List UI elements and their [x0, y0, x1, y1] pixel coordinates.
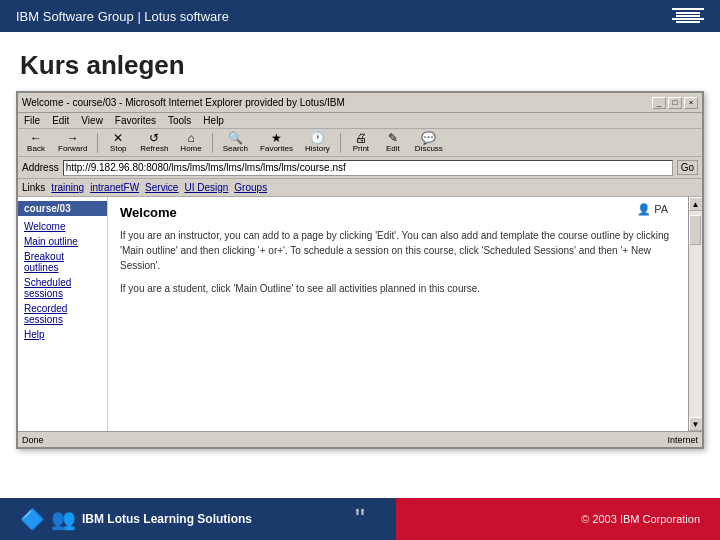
- zone-text: Internet: [667, 435, 698, 445]
- go-button[interactable]: Go: [677, 160, 698, 175]
- home-button[interactable]: ⌂ Home: [176, 131, 205, 155]
- browser-title-text: Welcome - course/03 - Microsoft Internet…: [22, 97, 345, 108]
- close-button[interactable]: ×: [684, 97, 698, 109]
- svg-rect-2: [676, 15, 700, 17]
- svg-rect-3: [672, 18, 704, 20]
- menu-edit[interactable]: Edit: [50, 115, 71, 126]
- scroll-up[interactable]: ▲: [689, 197, 703, 211]
- browser-window: Welcome - course/03 - Microsoft Internet…: [16, 91, 704, 449]
- nav-main-outline[interactable]: Main outline: [18, 235, 107, 248]
- links-label: Links: [22, 182, 45, 193]
- link-training[interactable]: training: [51, 182, 84, 193]
- nav-scheduled-sessions[interactable]: Scheduled sessions: [18, 276, 107, 300]
- page-title-area: Kurs anlegen: [0, 32, 720, 91]
- nav-header: course/03: [18, 201, 107, 216]
- toolbar-divider-3: [340, 133, 341, 153]
- minimize-button[interactable]: _: [652, 97, 666, 109]
- footer-logo-area: 🔷 👥 IBM Lotus Learning Solutions: [20, 507, 252, 531]
- search-button[interactable]: 🔍 Search: [219, 131, 252, 155]
- browser-addressbar: Address Go: [18, 157, 702, 179]
- link-intranetfw[interactable]: intranetFW: [90, 182, 139, 193]
- browser-content: course/03 Welcome Main outline Breakout …: [18, 197, 702, 431]
- svg-rect-4: [676, 21, 700, 23]
- link-groups[interactable]: Groups: [234, 182, 267, 193]
- footer-lotus-text: IBM Lotus Learning Solutions: [82, 512, 252, 526]
- header-title: IBM Software Group | Lotus software: [16, 9, 229, 24]
- browser-linksbar: Links training intranetFW Service UI Des…: [18, 179, 702, 197]
- back-button[interactable]: ← Back: [22, 131, 50, 155]
- menu-favorites[interactable]: Favorites: [113, 115, 158, 126]
- browser-scrollbar: ▲ ▼: [688, 197, 702, 431]
- status-text: Done: [22, 435, 44, 445]
- menu-help[interactable]: Help: [201, 115, 226, 126]
- menu-tools[interactable]: Tools: [166, 115, 193, 126]
- refresh-button[interactable]: ↺ Refresh: [136, 131, 172, 155]
- footer-quote-icon: ": [355, 503, 365, 535]
- history-button[interactable]: 🕐 History: [301, 131, 334, 155]
- link-service[interactable]: Service: [145, 182, 178, 193]
- menu-view[interactable]: View: [79, 115, 105, 126]
- edit-button[interactable]: ✎ Edit: [379, 131, 407, 155]
- address-input[interactable]: [63, 160, 673, 176]
- menu-file[interactable]: File: [22, 115, 42, 126]
- footer-people-icon: 👥: [51, 507, 76, 531]
- content-body-2: If you are a student, click 'Main Outlin…: [120, 281, 676, 296]
- nav-help[interactable]: Help: [18, 328, 107, 341]
- footer-logo-icon: 🔷: [20, 507, 45, 531]
- print-button[interactable]: 🖨 Print: [347, 131, 375, 155]
- ibm-logo: [672, 8, 704, 24]
- browser-main: 👤 PA Welcome If you are an instructor, y…: [108, 197, 688, 431]
- svg-rect-1: [676, 12, 700, 14]
- content-title: Welcome: [120, 205, 676, 220]
- footer-left: 🔷 👥 IBM Lotus Learning Solutions: [20, 507, 252, 531]
- toolbar-divider: [97, 133, 98, 153]
- browser-menubar: File Edit View Favorites Tools Help: [18, 113, 702, 129]
- toolbar-divider-2: [212, 133, 213, 153]
- browser-statusbar: Done Internet: [18, 431, 702, 447]
- browser-toolbar: ← Back → Forward ✕ Stop ↺ Refresh ⌂ Home…: [18, 129, 702, 157]
- svg-rect-0: [672, 8, 704, 10]
- browser-nav: course/03 Welcome Main outline Breakout …: [18, 197, 108, 431]
- discuss-button[interactable]: 💬 Discuss: [411, 131, 447, 155]
- nav-recorded-sessions[interactable]: Recorded sessions: [18, 302, 107, 326]
- scroll-down[interactable]: ▼: [689, 417, 703, 431]
- browser-win-controls: _ □ ×: [652, 97, 698, 109]
- nav-welcome[interactable]: Welcome: [18, 220, 107, 233]
- nav-breakout-outlines[interactable]: Breakout outlines: [18, 250, 107, 274]
- link-uidesign[interactable]: UI Design: [184, 182, 228, 193]
- favorites-button[interactable]: ★ Favorites: [256, 131, 297, 155]
- page-title: Kurs anlegen: [20, 50, 700, 81]
- maximize-button[interactable]: □: [668, 97, 682, 109]
- scroll-track[interactable]: [689, 211, 702, 417]
- user-info: 👤 PA: [637, 203, 668, 216]
- content-body-1: If you are an instructor, you can add to…: [120, 228, 676, 273]
- address-label: Address: [22, 162, 59, 173]
- scroll-thumb[interactable]: [689, 215, 701, 245]
- stop-button[interactable]: ✕ Stop: [104, 131, 132, 155]
- forward-button[interactable]: → Forward: [54, 131, 91, 155]
- footer: 🔷 👥 IBM Lotus Learning Solutions " © 200…: [0, 498, 720, 540]
- footer-copyright: © 2003 IBM Corporation: [581, 513, 700, 525]
- browser-titlebar: Welcome - course/03 - Microsoft Internet…: [18, 93, 702, 113]
- header-bar: IBM Software Group | Lotus software: [0, 0, 720, 32]
